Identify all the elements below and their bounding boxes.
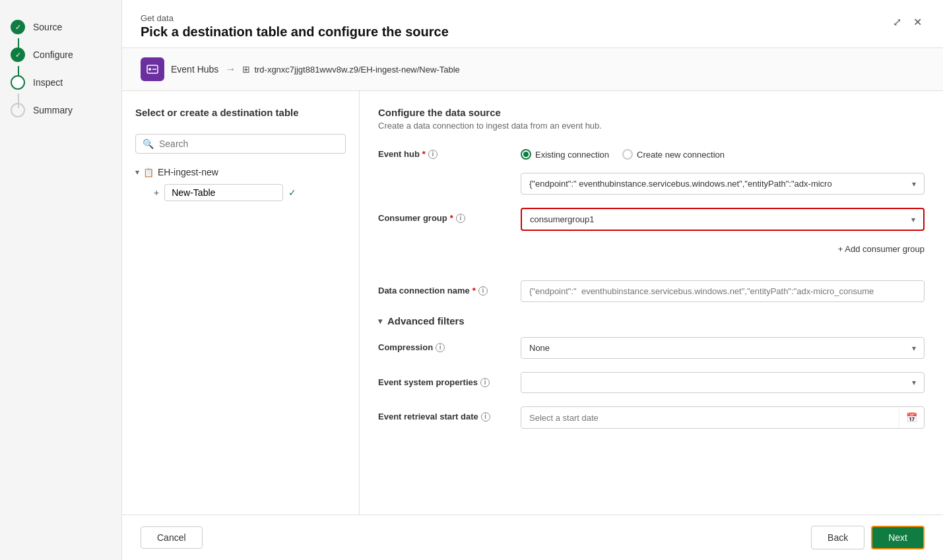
event-system-properties-label: Event system properties i bbox=[378, 372, 510, 387]
data-connection-label: Data connection name * i bbox=[378, 280, 510, 296]
back-button[interactable]: Back bbox=[811, 526, 864, 549]
sidebar-label-source: Source bbox=[33, 22, 62, 32]
existing-connection-label: Existing connection bbox=[535, 150, 609, 160]
tree-parent-label: EH-ingest-new bbox=[158, 167, 218, 177]
sidebar-item-source[interactable]: ✓ Source bbox=[0, 13, 121, 41]
left-panel: Select or create a destination table 🔍 ▾… bbox=[122, 91, 360, 514]
compression-dropdown[interactable]: None ▾ bbox=[521, 337, 925, 359]
search-icon: 🔍 bbox=[143, 139, 154, 149]
next-button[interactable]: Next bbox=[871, 526, 925, 549]
main-content: Get data Pick a destination table and co… bbox=[122, 0, 943, 560]
expand-button[interactable]: ⤢ bbox=[890, 13, 904, 31]
cancel-button[interactable]: Cancel bbox=[141, 526, 203, 549]
footer: Cancel Back Next bbox=[122, 514, 943, 560]
breadcrumb-arrow: → bbox=[225, 63, 236, 75]
table-name-input[interactable] bbox=[164, 184, 283, 201]
left-panel-title: Select or create a destination table bbox=[135, 107, 346, 118]
connection-dropdown-row: {"endpoint":" eventhubinstance.servicebu… bbox=[378, 173, 925, 195]
data-connection-input[interactable] bbox=[521, 280, 925, 302]
date-input-wrapper: 📅 bbox=[521, 406, 925, 429]
breadcrumb: Event Hubs → ⊞ trd-xgnxc7jjgt881wwv8w.z9… bbox=[122, 48, 943, 91]
add-consumer-group-button[interactable]: + Add consumer group bbox=[838, 244, 925, 254]
search-box[interactable]: 🔍 bbox=[135, 134, 346, 154]
data-connection-control bbox=[521, 280, 925, 302]
existing-connection-option[interactable]: Existing connection bbox=[521, 149, 609, 160]
connection-dropdown-value: {"endpoint":" eventhubinstance.servicebu… bbox=[529, 179, 832, 189]
tree-child-item: + ✓ bbox=[135, 180, 346, 205]
sidebar-item-inspect[interactable]: Inspect bbox=[0, 69, 121, 96]
connection-dropdown-control: {"endpoint":" eventhubinstance.servicebu… bbox=[521, 173, 925, 195]
compression-value: None bbox=[529, 343, 550, 353]
search-input[interactable] bbox=[159, 139, 339, 149]
empty-label bbox=[378, 173, 510, 178]
inspect-step-circle bbox=[11, 75, 25, 90]
sidebar-item-configure[interactable]: ✓ Configure bbox=[0, 41, 121, 69]
dropdown-caret-icon: ▾ bbox=[912, 179, 916, 189]
configure-step-circle: ✓ bbox=[11, 47, 25, 62]
collapse-icon: ▾ bbox=[378, 317, 382, 326]
new-connection-option[interactable]: Create new connection bbox=[622, 149, 725, 160]
dialog-subtitle: Get data bbox=[141, 13, 449, 23]
event-retrieval-control: 📅 bbox=[521, 406, 925, 429]
consumer-group-value: consumergroup1 bbox=[530, 214, 595, 224]
tree-chevron-icon[interactable]: ▾ bbox=[135, 168, 139, 177]
compression-info-icon[interactable]: i bbox=[436, 343, 445, 352]
dialog-actions: ⤢ ✕ bbox=[890, 13, 925, 31]
date-input[interactable] bbox=[521, 408, 899, 428]
compression-control: None ▾ bbox=[521, 337, 925, 359]
consumer-group-caret-icon: ▾ bbox=[911, 215, 915, 224]
existing-radio-dot bbox=[521, 149, 531, 160]
consumer-group-row: Consumer group * i consumergroup1 ▾ bbox=[378, 208, 925, 231]
event-system-info-icon[interactable]: i bbox=[480, 378, 490, 387]
new-connection-label: Create new connection bbox=[637, 150, 725, 160]
event-retrieval-info-icon[interactable]: i bbox=[481, 412, 490, 421]
right-panel-subtitle: Create a data connection to ingest data … bbox=[378, 121, 925, 131]
new-radio-dot bbox=[622, 149, 633, 160]
right-panel-title: Configure the data source bbox=[378, 107, 925, 118]
event-system-properties-control: ▾ bbox=[521, 372, 925, 393]
compression-label: Compression i bbox=[378, 337, 510, 352]
advanced-filters-section[interactable]: ▾ Advanced filters bbox=[378, 315, 925, 327]
table-icon: ⊞ bbox=[242, 64, 250, 75]
breadcrumb-destination: trd-xgnxc7jjgt881wwv8w.z9/EH-ingest-new/… bbox=[254, 65, 459, 75]
event-system-dropdown[interactable]: ▾ bbox=[521, 372, 925, 393]
breadcrumb-source: Event Hubs bbox=[171, 64, 218, 75]
calendar-icon[interactable]: 📅 bbox=[899, 407, 924, 428]
database-icon: 📋 bbox=[143, 168, 154, 177]
summary-step-circle bbox=[11, 103, 25, 117]
dialog-title: Pick a destination table and configure t… bbox=[141, 24, 449, 40]
event-system-properties-row: Event system properties i ▾ bbox=[378, 372, 925, 393]
compression-caret-icon: ▾ bbox=[912, 344, 916, 353]
consumer-group-dropdown[interactable]: consumergroup1 ▾ bbox=[521, 208, 925, 231]
consumer-group-info-icon[interactable]: i bbox=[456, 214, 465, 223]
event-system-caret-icon: ▾ bbox=[912, 378, 916, 387]
event-retrieval-row: Event retrieval start date i 📅 bbox=[378, 406, 925, 429]
tree-parent-item[interactable]: ▾ 📋 EH-ingest-new bbox=[135, 164, 346, 180]
right-panel: Configure the data source Create a data … bbox=[360, 91, 943, 514]
data-connection-info-icon[interactable]: i bbox=[478, 286, 488, 296]
data-connection-name-row: Data connection name * i bbox=[378, 280, 925, 302]
sidebar-label-configure: Configure bbox=[33, 49, 73, 60]
sidebar-label-summary: Summary bbox=[33, 105, 73, 115]
add-icon[interactable]: + bbox=[154, 187, 159, 198]
event-hub-row: Event hub * i Existing connection bbox=[378, 144, 925, 160]
consumer-group-control: consumergroup1 ▾ bbox=[521, 208, 925, 231]
check-icon: ✓ bbox=[288, 187, 296, 198]
breadcrumb-table: ⊞ trd-xgnxc7jjgt881wwv8w.z9/EH-ingest-ne… bbox=[242, 64, 459, 75]
event-hub-info-icon[interactable]: i bbox=[428, 150, 438, 159]
connection-radio-group: Existing connection Create new connectio… bbox=[521, 144, 925, 160]
add-consumer-group-row: + Add consumer group bbox=[378, 244, 925, 267]
event-hub-control: Existing connection Create new connectio… bbox=[521, 144, 925, 160]
source-step-circle: ✓ bbox=[11, 20, 25, 34]
sidebar: ✓ Source ✓ Configure Inspect Summary bbox=[0, 0, 122, 560]
svg-point-1 bbox=[148, 68, 151, 71]
footer-right: Back Next bbox=[811, 526, 925, 549]
close-button[interactable]: ✕ bbox=[911, 13, 925, 31]
sidebar-item-summary[interactable]: Summary bbox=[0, 96, 121, 124]
eventhub-icon bbox=[141, 57, 164, 81]
connection-dropdown[interactable]: {"endpoint":" eventhubinstance.servicebu… bbox=[521, 173, 925, 195]
advanced-filters-label: Advanced filters bbox=[387, 315, 465, 327]
body-area: Select or create a destination table 🔍 ▾… bbox=[122, 91, 943, 514]
sidebar-label-inspect: Inspect bbox=[33, 77, 63, 88]
compression-row: Compression i None ▾ bbox=[378, 337, 925, 359]
